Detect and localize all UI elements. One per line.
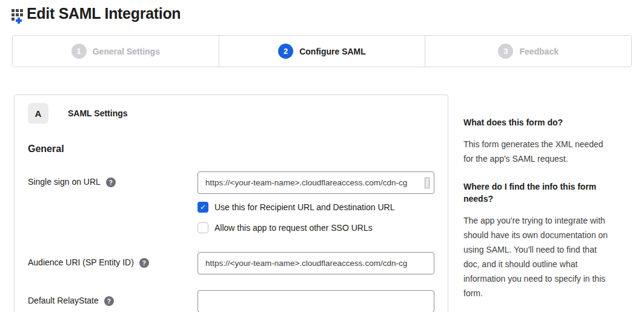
step-number-badge: 1 bbox=[71, 44, 87, 59]
page-title: Edit SAML Integration bbox=[27, 4, 181, 22]
help-panel: What does this form do? This form genera… bbox=[463, 95, 615, 312]
default-relaystate-input[interactable] bbox=[198, 290, 434, 312]
field-row-sso-url: Single sign on URL ? https://<your-team-… bbox=[28, 171, 433, 233]
audience-uri-input[interactable]: https://<your-team-name>.cloudflareacces… bbox=[198, 252, 434, 274]
step-label: Feedback bbox=[519, 47, 559, 56]
help-heading-where: Where do I find the info this form needs… bbox=[463, 181, 615, 205]
step-number-badge: 3 bbox=[498, 44, 513, 59]
step-label: Configure SAML bbox=[299, 47, 366, 56]
general-group-title: General bbox=[28, 144, 433, 154]
audience-uri-input-value: https://<your-team-name>.cloudflareacces… bbox=[205, 259, 407, 268]
step-feedback[interactable]: 3 Feedback bbox=[425, 36, 631, 67]
help-icon[interactable]: ? bbox=[139, 258, 149, 268]
sso-url-checkbox-group: ✓ Use this for Recipient URL and Destina… bbox=[198, 202, 434, 233]
field-row-default-relaystate: Default RelayState ? If no value is set,… bbox=[28, 290, 433, 312]
field-label-col: Audience URI (SP Entity ID) ? bbox=[28, 252, 198, 274]
help-paragraph-what: This form generates the XML needed for t… bbox=[463, 137, 615, 166]
checkbox-unchecked-icon[interactable] bbox=[198, 222, 208, 233]
sso-url-input[interactable]: https://<your-team-name>.cloudflareacces… bbox=[198, 171, 434, 194]
field-label-col: Default RelayState ? bbox=[28, 290, 198, 312]
saml-settings-card: A SAML Settings General Single sign on U… bbox=[14, 95, 448, 312]
step-number-badge: 2 bbox=[278, 44, 293, 59]
other-sso-urls-checkbox-row[interactable]: Allow this app to request other SSO URLs bbox=[198, 222, 434, 233]
field-control-col: https://<your-team-name>.cloudflareacces… bbox=[198, 252, 434, 274]
default-relaystate-label: Default RelayState bbox=[28, 296, 99, 305]
field-control-col: If no value is set, a blank RelayState i… bbox=[198, 290, 434, 312]
step-label: General Settings bbox=[93, 47, 160, 56]
page-header: Edit SAML Integration bbox=[0, 0, 644, 24]
step-general-settings[interactable]: 1 General Settings bbox=[13, 36, 219, 67]
sso-url-input-value: https://<your-team-name>.cloudflareacces… bbox=[205, 178, 407, 187]
section-title: SAML Settings bbox=[68, 108, 128, 118]
recipient-destination-checkbox-row[interactable]: ✓ Use this for Recipient URL and Destina… bbox=[198, 202, 434, 213]
checkbox-label: Use this for Recipient URL and Destinati… bbox=[214, 202, 395, 212]
help-paragraph-where: The app you're trying to integrate with … bbox=[463, 213, 615, 300]
checkbox-label: Allow this app to request other SSO URLs bbox=[214, 223, 373, 233]
field-control-col: https://<your-team-name>.cloudflareacces… bbox=[198, 171, 434, 233]
wizard-steps-bar: 1 General Settings 2 Configure SAML 3 Fe… bbox=[12, 35, 632, 67]
help-heading-what: What does this form do? bbox=[463, 116, 615, 128]
section-header: A SAML Settings bbox=[28, 103, 433, 124]
field-row-audience-uri: Audience URI (SP Entity ID) ? https://<y… bbox=[28, 252, 433, 274]
audience-uri-label: Audience URI (SP Entity ID) bbox=[28, 257, 134, 267]
step-configure-saml[interactable]: 2 Configure SAML bbox=[219, 36, 425, 67]
help-icon[interactable]: ? bbox=[104, 296, 114, 306]
text-cursor bbox=[425, 178, 430, 188]
checkbox-checked-icon[interactable]: ✓ bbox=[198, 202, 208, 213]
app-grid-plus-icon bbox=[10, 7, 27, 24]
section-a-badge: A bbox=[28, 103, 48, 124]
sso-url-label: Single sign on URL bbox=[28, 177, 101, 187]
help-icon[interactable]: ? bbox=[106, 178, 116, 187]
field-label-col: Single sign on URL ? bbox=[28, 171, 198, 233]
content-area: A SAML Settings General Single sign on U… bbox=[14, 95, 644, 312]
